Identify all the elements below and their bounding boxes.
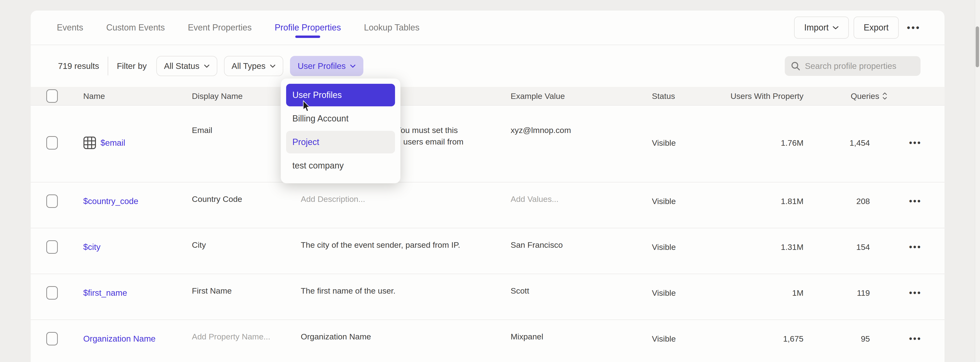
row-menu-button[interactable]: ••• <box>909 241 921 253</box>
results-count: 719 results <box>58 61 99 71</box>
table-row: $city City The city of the event sender,… <box>31 228 945 274</box>
status-cell[interactable]: Visible <box>652 274 724 319</box>
overflow-menu-button[interactable]: ••• <box>907 22 921 33</box>
search-box <box>785 56 921 76</box>
column-header-users-with-property[interactable]: Users With Property <box>724 87 809 105</box>
users-with-property-cell: 1.31M <box>724 228 809 274</box>
property-name-link[interactable]: $first_name <box>83 287 127 299</box>
status-filter-label: All Status <box>164 61 200 71</box>
tab-events[interactable]: Events <box>57 22 83 33</box>
example-value-cell[interactable]: xyz@lmnop.com <box>511 105 652 182</box>
status-filter-dropdown[interactable]: All Status <box>156 56 217 76</box>
dropdown-item-project[interactable]: Project <box>286 131 395 153</box>
users-with-property-cell: 1.81M <box>724 182 809 228</box>
tab-event-properties[interactable]: Event Properties <box>188 22 251 33</box>
row-menu-button[interactable]: ••• <box>909 137 921 148</box>
filter-bar: 719 results Filter by All Status All Typ… <box>31 45 945 87</box>
export-button[interactable]: Export <box>854 17 899 39</box>
property-name-link[interactable]: $email <box>100 137 125 148</box>
tab-profile-properties-label: Profile Properties <box>275 22 341 32</box>
description-cell[interactable]: The city of the event sender, parsed fro… <box>301 228 511 274</box>
select-all-checkbox[interactable] <box>46 89 58 103</box>
example-value-cell[interactable]: Scott <box>511 274 652 319</box>
example-value-cell[interactable]: Mixpanel <box>511 320 652 362</box>
status-cell[interactable]: Visible <box>652 182 724 228</box>
display-name-cell[interactable]: First Name <box>192 274 301 319</box>
column-header-name[interactable]: Name <box>83 87 192 105</box>
column-header-status[interactable]: Status <box>652 87 724 105</box>
description-cell[interactable]: Add Description... <box>301 182 511 228</box>
import-button-label: Import <box>804 22 829 33</box>
row-checkbox[interactable] <box>46 195 58 208</box>
users-with-property-cell: 1M <box>724 274 809 319</box>
row-checkbox[interactable] <box>46 332 58 345</box>
mouse-cursor-icon <box>302 100 310 112</box>
tab-custom-events[interactable]: Custom Events <box>106 22 165 33</box>
description-cell[interactable]: Organization Name <box>301 320 511 362</box>
row-menu-button[interactable]: ••• <box>909 287 921 299</box>
tab-lookup-tables[interactable]: Lookup Tables <box>364 22 420 33</box>
properties-card: Events Custom Events Event Properties Pr… <box>31 11 945 362</box>
profile-type-dropdown-menu: User Profiles Billing Account Project te… <box>281 78 401 183</box>
column-header-example-value[interactable]: Example Value <box>511 87 652 105</box>
profile-type-filter-label: User Profiles <box>298 61 345 71</box>
lookup-table-grid-icon <box>83 136 96 149</box>
row-checkbox[interactable] <box>46 286 58 300</box>
row-checkbox[interactable] <box>46 136 58 150</box>
queries-cell: 95 <box>809 320 873 362</box>
table-row: $country_code Country Code Add Descripti… <box>31 182 945 228</box>
search-input[interactable] <box>805 61 915 71</box>
queries-cell: 154 <box>809 228 873 274</box>
type-filter-dropdown[interactable]: All Types <box>224 56 283 76</box>
queries-cell: 1,454 <box>809 105 873 182</box>
type-filter-label: All Types <box>232 61 266 71</box>
display-name-cell[interactable]: Add Property Name... <box>192 320 301 362</box>
page-scrollbar-track[interactable] <box>975 0 980 362</box>
status-cell[interactable]: Visible <box>652 228 724 274</box>
description-cell[interactable]: The first name of the user. <box>301 274 511 319</box>
profile-properties-page: { "colors": { "accent": "#4733d9", "acce… <box>0 0 980 362</box>
search-icon <box>791 61 800 71</box>
example-value-cell[interactable]: San Francisco <box>511 228 652 274</box>
dropdown-item-test-company[interactable]: test company <box>286 154 395 177</box>
table-row: $email Email The user's email address. Y… <box>31 105 945 182</box>
users-with-property-cell: 1,675 <box>724 320 809 362</box>
export-button-label: Export <box>864 22 889 33</box>
chevron-down-icon <box>350 64 356 68</box>
status-cell[interactable]: Visible <box>652 320 724 362</box>
display-name-cell[interactable]: City <box>192 228 301 274</box>
chevron-down-icon <box>832 26 839 30</box>
property-name-link[interactable]: $city <box>83 241 100 253</box>
row-checkbox[interactable] <box>46 240 58 254</box>
display-name-cell[interactable]: Country Code <box>192 182 301 228</box>
chevron-down-icon <box>270 64 275 68</box>
table-header-row: Name Display Name Description Example Va… <box>31 87 945 105</box>
row-menu-button[interactable]: ••• <box>909 333 921 344</box>
chevron-down-icon <box>204 64 210 68</box>
property-name-link[interactable]: $country_code <box>83 195 138 207</box>
property-name-link[interactable]: Organization Name <box>83 333 156 344</box>
row-menu-button[interactable]: ••• <box>909 195 921 207</box>
profile-type-filter-dropdown[interactable]: User Profiles <box>290 56 363 76</box>
import-button[interactable]: Import <box>794 17 849 39</box>
header-actions: Import Export ••• <box>794 17 921 39</box>
filter-divider <box>108 57 108 75</box>
tab-profile-properties[interactable]: Profile Properties <box>275 22 341 33</box>
queries-cell: 208 <box>809 182 873 228</box>
users-with-property-cell: 1.76M <box>724 105 809 182</box>
queries-cell: 119 <box>809 274 873 319</box>
active-tab-indicator <box>295 35 320 38</box>
status-cell[interactable]: Visible <box>652 105 724 182</box>
table-row: Organization Name Add Property Name... O… <box>31 319 945 362</box>
tab-bar: Events Custom Events Event Properties Pr… <box>31 11 945 45</box>
example-value-cell[interactable]: Add Values... <box>511 182 652 228</box>
filter-by-label: Filter by <box>117 61 146 71</box>
table-row: $first_name First Name The first name of… <box>31 274 945 319</box>
page-scrollbar-thumb[interactable] <box>976 26 979 67</box>
